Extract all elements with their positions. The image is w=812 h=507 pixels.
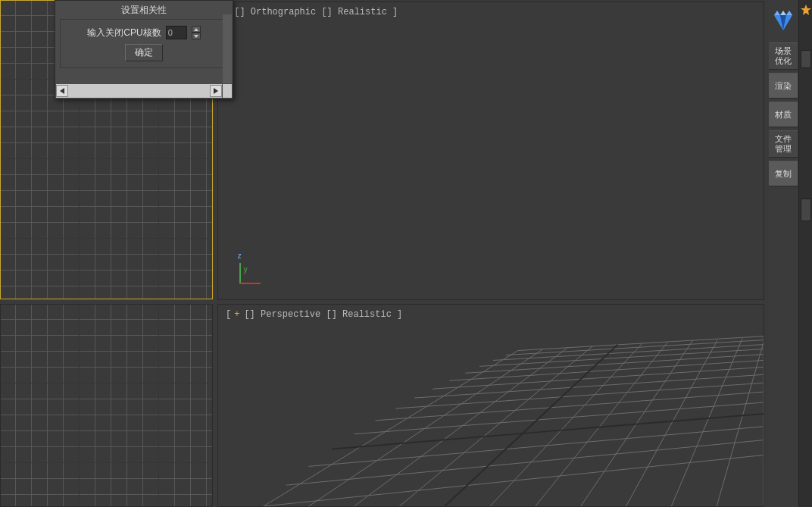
- sidebar-item-label: 复制: [775, 169, 792, 179]
- svg-marker-32: [214, 88, 218, 94]
- svg-line-17: [354, 348, 568, 506]
- cpu-cores-spinner: [192, 26, 201, 39]
- viewport-bottom-left[interactable]: [0, 304, 213, 507]
- viewport-bottom-right[interactable]: [ + [] Perspective [] Realistic ]: [217, 304, 764, 507]
- svg-marker-30: [194, 35, 198, 38]
- app-logo[interactable]: [769, 3, 798, 39]
- svg-line-15: [264, 351, 518, 506]
- diamond-logo-icon: [771, 11, 795, 32]
- spinner-down-button[interactable]: [192, 33, 201, 39]
- dialog-fieldset: 输入关闭CPU核数 确定: [60, 19, 228, 68]
- cpu-cores-input[interactable]: [166, 26, 187, 39]
- svg-marker-35: [780, 11, 786, 15]
- dialog-resize-corner[interactable]: [223, 84, 232, 98]
- chevron-left-icon: [60, 88, 64, 94]
- svg-line-13: [506, 340, 764, 355]
- dialog-vertical-scroll[interactable]: [223, 14, 232, 83]
- svg-line-14: [518, 336, 764, 351]
- sidebar-main-column: 场景优化 渲染 材质 文件管理 复制: [768, 0, 798, 507]
- sidebar-item-label: 渲染: [775, 81, 792, 91]
- chevron-right-icon: [214, 88, 218, 94]
- strip-panel-stub-1[interactable]: [801, 50, 811, 68]
- svg-line-21: [536, 343, 668, 506]
- scroll-left-button[interactable]: [56, 85, 68, 97]
- svg-marker-40: [801, 5, 811, 15]
- sidebar-item-render[interactable]: 渲染: [769, 73, 798, 99]
- sidebar-item-label: 材质: [775, 110, 792, 120]
- svg-marker-36: [786, 11, 792, 15]
- viewport-label[interactable]: [[] Orthographic [] Realistic ]: [226, 7, 398, 17]
- viewport-label-text: [] Orthographic [] Realistic ]: [234, 7, 398, 17]
- sidebar-strip: [798, 0, 812, 507]
- strip-panel-stub-2[interactable]: [801, 199, 811, 221]
- sidebar-item-scene-optimize[interactable]: 场景优化: [769, 42, 798, 70]
- ortho-grid: [1, 305, 212, 506]
- dialog-horizontal-scroll[interactable]: [56, 84, 222, 98]
- confirm-button[interactable]: 确定: [125, 44, 163, 61]
- svg-line-16: [309, 349, 543, 506]
- sidebar-item-label: 场景优化: [775, 46, 792, 66]
- cpu-cores-label: 输入关闭CPU核数: [87, 27, 161, 39]
- sidebar-item-copy[interactable]: 复制: [769, 161, 798, 186]
- viewport-top-right[interactable]: [[] Orthographic [] Realistic ] z y: [217, 2, 764, 300]
- svg-marker-34: [774, 11, 780, 15]
- chevron-down-icon: [194, 35, 198, 38]
- sidebar-item-label: 文件管理: [775, 134, 792, 154]
- spinner-up-button[interactable]: [192, 26, 201, 33]
- svg-line-11: [479, 349, 764, 367]
- svg-marker-31: [60, 88, 64, 94]
- star-icon[interactable]: [801, 5, 811, 15]
- sidebar-item-file-manage[interactable]: 文件管理: [769, 130, 798, 158]
- scroll-right-button[interactable]: [210, 85, 222, 97]
- set-affinity-dialog: 设置相关性 输入关闭CPU核数 确定: [55, 0, 233, 99]
- perspective-grid: [218, 305, 764, 506]
- axis-gizmo: z y: [235, 254, 265, 284]
- svg-line-25: [717, 343, 764, 506]
- svg-marker-29: [194, 28, 198, 31]
- sidebar-item-material[interactable]: 材质: [769, 102, 798, 127]
- dialog-title: 设置相关性: [55, 1, 233, 19]
- chevron-up-icon: [194, 28, 198, 31]
- right-sidebar: 场景优化 渲染 材质 文件管理 复制: [768, 0, 812, 507]
